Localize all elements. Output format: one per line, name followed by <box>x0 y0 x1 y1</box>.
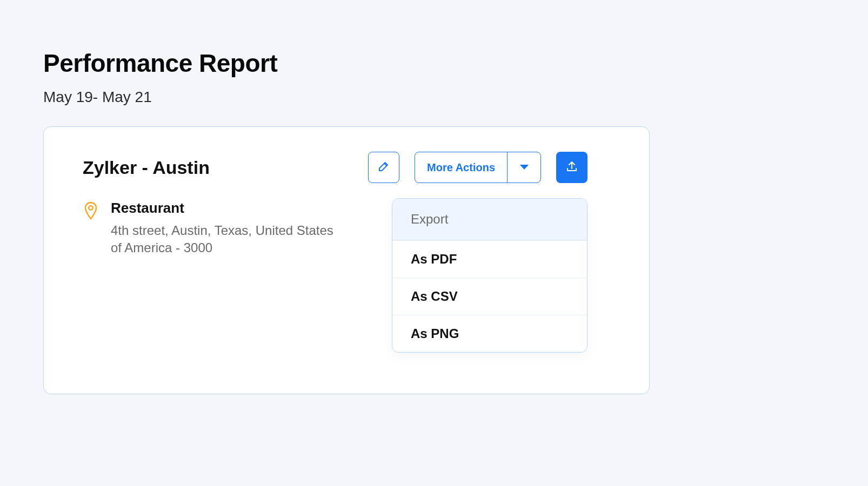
page-title: Performance Report <box>43 49 825 78</box>
export-dropdown-header: Export <box>392 199 587 240</box>
location-pin-icon <box>83 201 99 222</box>
more-actions-caret-button[interactable] <box>507 152 540 183</box>
entity-address: 4th street, Austin, Texas, United States… <box>111 222 338 257</box>
date-range: May 19- May 21 <box>43 89 825 106</box>
export-option-pdf[interactable]: As PDF <box>392 240 587 278</box>
more-actions-button[interactable]: More Actions <box>415 152 507 183</box>
report-card: Zylker - Austin Restaurant 4th street, A… <box>43 126 650 394</box>
svg-point-0 <box>89 206 93 210</box>
upload-icon <box>565 160 578 175</box>
edit-button[interactable] <box>368 152 399 183</box>
caret-down-icon <box>520 163 529 172</box>
export-option-csv[interactable]: As CSV <box>392 278 587 315</box>
more-actions-label: More Actions <box>427 161 495 174</box>
svg-marker-1 <box>520 165 529 170</box>
export-dropdown: Export As PDF As CSV As PNG <box>392 198 587 353</box>
edit-icon <box>377 160 390 175</box>
export-button[interactable] <box>556 152 587 183</box>
actions-toolbar: More Actions <box>368 152 587 183</box>
export-option-png[interactable]: As PNG <box>392 315 587 352</box>
entity-type: Restaurant <box>111 200 338 217</box>
more-actions-button-group: More Actions <box>415 152 541 183</box>
